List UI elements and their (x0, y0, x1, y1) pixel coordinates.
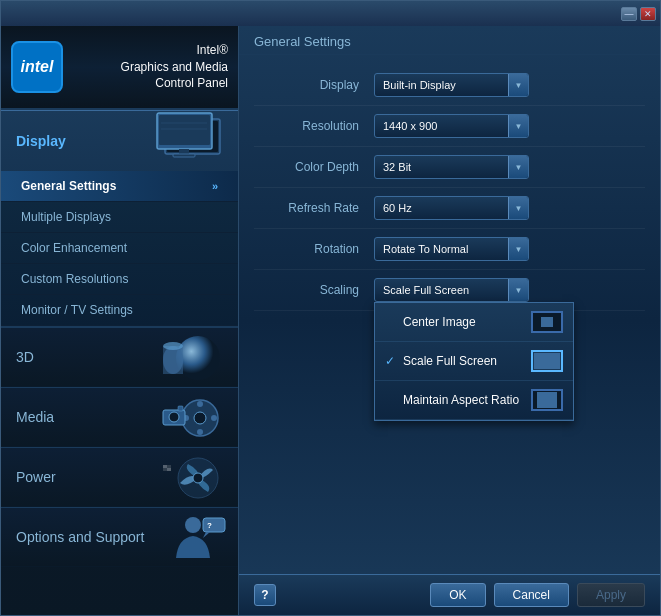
rotation-setting-row: Rotation Rotate To Normal (254, 229, 645, 270)
display-label: Display (16, 133, 66, 149)
display-dropdown-arrow (508, 74, 528, 96)
svg-rect-3 (159, 115, 210, 145)
rotation-control: Rotate To Normal (374, 237, 645, 261)
svg-point-17 (211, 415, 217, 421)
sidebar-item-multiple-displays[interactable]: Multiple Displays (1, 202, 238, 233)
intel-logo-text: intel (21, 58, 54, 76)
sidebar-category-options[interactable]: Options and Support ? (1, 507, 238, 567)
sidebar-nav: General Settings » Multiple Displays Col… (1, 171, 238, 326)
resolution-setting-label: Resolution (254, 119, 374, 133)
resolution-setting-row: Resolution 1440 x 900 (254, 106, 645, 147)
rotation-dropdown[interactable]: Rotate To Normal (374, 237, 529, 261)
svg-rect-24 (167, 465, 171, 468)
refresh-rate-dropdown-arrow (508, 197, 528, 219)
color-depth-dropdown[interactable]: 32 Bit (374, 155, 529, 179)
main-layout: intel Intel® Graphics and Media Control … (1, 26, 660, 615)
scaling-setting-row: Scaling Scale Full Screen Center Image (254, 270, 645, 311)
3d-icon (158, 328, 233, 386)
svg-rect-34 (537, 392, 557, 408)
section-title: General Settings (254, 34, 351, 49)
color-depth-dropdown-arrow (508, 156, 528, 178)
svg-rect-20 (178, 406, 183, 411)
scaling-option-scale-full-screen[interactable]: ✓ Scale Full Screen (375, 342, 573, 381)
resolution-dropdown[interactable]: 1440 x 900 (374, 114, 529, 138)
center-image-preview (531, 311, 563, 333)
refresh-rate-label: Refresh Rate (254, 201, 374, 215)
maintain-aspect-preview (531, 389, 563, 411)
nav-arrow-general: » (212, 180, 218, 192)
options-icon: ? (158, 508, 233, 566)
settings-area: Display Built-in Display Resolution 1440… (239, 55, 660, 574)
scaling-option-maintain-aspect[interactable]: Maintain Aspect Ratio (375, 381, 573, 420)
main-window: — ✕ intel Intel® Graphics and Media Cont… (0, 0, 661, 616)
scaling-dropdown-menu: Center Image ✓ (374, 302, 574, 421)
svg-rect-32 (534, 353, 560, 369)
media-icon (158, 388, 233, 446)
svg-point-22 (193, 473, 203, 483)
resolution-dropdown-arrow (508, 115, 528, 137)
color-depth-control: 32 Bit (374, 155, 645, 179)
svg-rect-7 (173, 154, 195, 157)
cancel-button[interactable]: Cancel (494, 583, 569, 607)
sidebar-header: intel Intel® Graphics and Media Control … (1, 26, 238, 110)
sidebar: intel Intel® Graphics and Media Control … (1, 26, 239, 615)
svg-point-14 (197, 401, 203, 407)
minimize-button[interactable]: — (621, 7, 637, 21)
intel-logo: intel (11, 41, 63, 93)
scale-full-screen-preview (531, 350, 563, 372)
display-setting-label: Display (254, 78, 374, 92)
svg-point-15 (197, 429, 203, 435)
close-button[interactable]: ✕ (640, 7, 656, 21)
content-header: General Settings (239, 26, 660, 55)
sidebar-item-general-settings[interactable]: General Settings » (1, 171, 238, 202)
scaling-label: Scaling (254, 283, 374, 297)
scaling-dropdown-arrow (508, 279, 528, 301)
rotation-label: Rotation (254, 242, 374, 256)
svg-point-13 (194, 412, 206, 424)
apply-button[interactable]: Apply (577, 583, 645, 607)
svg-point-19 (169, 412, 179, 422)
display-setting-control: Built-in Display (374, 73, 645, 97)
sidebar-item-monitor-tv[interactable]: Monitor / TV Settings (1, 295, 238, 326)
display-header[interactable]: Display (1, 111, 238, 171)
sidebar-category-media[interactable]: Media (1, 387, 238, 447)
ok-button[interactable]: OK (430, 583, 485, 607)
svg-rect-10 (163, 346, 183, 374)
resolution-setting-control: 1440 x 900 (374, 114, 645, 138)
sidebar-item-color-enhancement[interactable]: Color Enhancement (1, 233, 238, 264)
display-section: Display (1, 110, 238, 327)
scaling-dropdown[interactable]: Scale Full Screen (374, 278, 529, 302)
svg-rect-30 (541, 317, 553, 327)
refresh-rate-control: 60 Hz (374, 196, 645, 220)
center-image-check (385, 315, 399, 329)
color-depth-label: Color Depth (254, 160, 374, 174)
display-dropdown[interactable]: Built-in Display (374, 73, 529, 97)
footer: ? OK Cancel Apply (239, 574, 660, 615)
content-panel: General Settings Display Built-in Displa… (239, 26, 660, 615)
scale-full-screen-check: ✓ (385, 354, 399, 368)
svg-point-11 (163, 342, 183, 350)
power-icon (158, 448, 233, 506)
sidebar-item-custom-resolutions[interactable]: Custom Resolutions (1, 264, 238, 295)
svg-rect-25 (163, 468, 167, 471)
sidebar-category-power[interactable]: Power (1, 447, 238, 507)
monitor-preview-icon (155, 111, 230, 170)
refresh-rate-setting-row: Refresh Rate 60 Hz (254, 188, 645, 229)
color-depth-setting-row: Color Depth 32 Bit (254, 147, 645, 188)
title-bar: — ✕ (1, 1, 660, 26)
svg-text:?: ? (207, 521, 212, 530)
sidebar-title: Intel® Graphics and Media Control Panel (121, 42, 228, 92)
display-setting-row: Display Built-in Display (254, 65, 645, 106)
svg-point-26 (185, 517, 201, 533)
maintain-aspect-check (385, 393, 399, 407)
scaling-option-center-image[interactable]: Center Image (375, 303, 573, 342)
scaling-control: Scale Full Screen Center Image (374, 278, 645, 302)
rotation-dropdown-arrow (508, 238, 528, 260)
sidebar-category-3d[interactable]: 3D (1, 327, 238, 387)
help-button[interactable]: ? (254, 584, 276, 606)
refresh-rate-dropdown[interactable]: 60 Hz (374, 196, 529, 220)
